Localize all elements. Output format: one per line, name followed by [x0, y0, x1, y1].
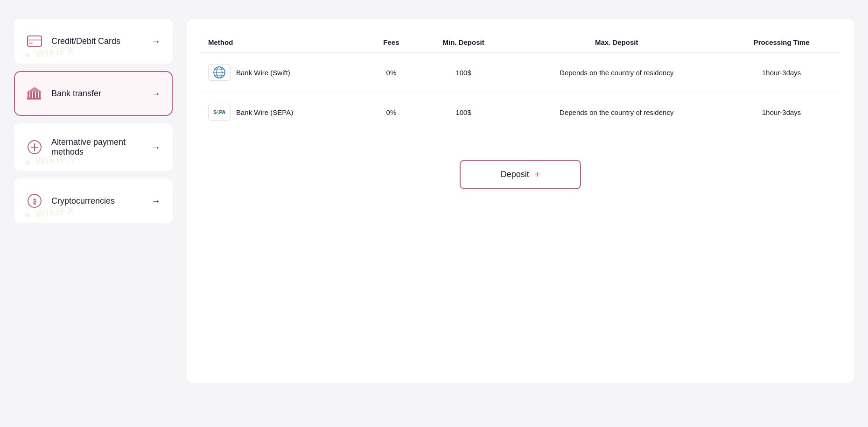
- col-max-deposit: Max. Deposit: [510, 33, 723, 52]
- nav-item-bank-transfer[interactable]: Bank transfer →: [14, 71, 173, 116]
- nav-crypto-arrow: →: [151, 196, 161, 206]
- svg-rect-4: [30, 92, 32, 98]
- processing-time-swift: 1hour-3days: [723, 52, 840, 93]
- method-cell-swift: Bank Wire (Swift): [201, 52, 366, 93]
- svg-rect-2: [29, 43, 33, 44]
- nav-item-crypto[interactable]: ₿ Cryptocurrencies → ● WikiFX: [14, 178, 173, 223]
- min-deposit-sepa: 100$: [417, 93, 510, 132]
- swift-logo: [208, 64, 231, 81]
- nav-alt-label: Alternative payment methods: [51, 137, 143, 157]
- svg-rect-3: [28, 92, 29, 98]
- processing-time-sepa: 1hour-3days: [723, 93, 840, 132]
- svg-rect-9: [27, 98, 41, 100]
- right-content-panel: WikiFX WikiFX WikiFX WikiFX WikiFX WikiF…: [187, 19, 854, 383]
- fees-swift: 0%: [366, 52, 417, 93]
- nav-alt-arrow: →: [151, 142, 161, 153]
- max-deposit-swift: Depends on the country of residency: [510, 52, 723, 93]
- nav-item-credit-debit[interactable]: Credit/Debit Cards → ● WikiFX: [14, 19, 173, 64]
- svg-rect-5: [33, 92, 35, 98]
- alternative-icon: [26, 139, 43, 156]
- col-method: Method: [201, 33, 366, 52]
- left-nav-panel: Credit/Debit Cards → ● WikiFX Bank trans…: [14, 19, 173, 223]
- min-deposit-swift: 100$: [417, 52, 510, 93]
- fees-sepa: 0%: [366, 93, 417, 132]
- nav-bank-arrow: →: [151, 88, 161, 99]
- payment-table: Method Fees Min. Deposit Max. Deposit Pr…: [201, 33, 840, 132]
- credit-card-icon: [26, 33, 43, 50]
- nav-credit-label: Credit/Debit Cards: [51, 36, 143, 46]
- table-header-row: Method Fees Min. Deposit Max. Deposit Pr…: [201, 33, 840, 52]
- method-name-swift: Bank Wire (Swift): [236, 69, 290, 77]
- svg-text:₿: ₿: [33, 198, 36, 205]
- table-row: S € PA Bank Wire (SEPA) 0% 100$ Depends …: [201, 93, 840, 132]
- method-name-sepa: Bank Wire (SEPA): [236, 108, 293, 116]
- svg-rect-7: [39, 92, 41, 98]
- nav-item-alternative[interactable]: Alternative payment methods → ● WikiFX: [14, 123, 173, 171]
- svg-rect-1: [28, 39, 42, 41]
- bank-icon: [26, 85, 43, 102]
- nav-credit-arrow: →: [151, 36, 161, 47]
- sepa-logo: S € PA: [208, 104, 231, 121]
- deposit-plus-icon: +: [535, 169, 540, 180]
- nav-crypto-label: Cryptocurrencies: [51, 196, 143, 206]
- nav-bank-label: Bank transfer: [51, 89, 143, 99]
- deposit-button[interactable]: Deposit +: [460, 160, 581, 189]
- col-min-deposit: Min. Deposit: [417, 33, 510, 52]
- svg-rect-6: [36, 92, 38, 98]
- deposit-label: Deposit: [501, 170, 529, 179]
- method-cell-sepa: S € PA Bank Wire (SEPA): [201, 93, 366, 132]
- col-fees: Fees: [366, 33, 417, 52]
- payment-table-container: Method Fees Min. Deposit Max. Deposit Pr…: [201, 33, 840, 132]
- table-row: Bank Wire (Swift) 0% 100$ Depends on the…: [201, 52, 840, 93]
- crypto-icon: ₿: [26, 192, 43, 209]
- max-deposit-sepa: Depends on the country of residency: [510, 93, 723, 132]
- col-processing-time: Processing Time: [723, 33, 840, 52]
- svg-marker-8: [28, 87, 42, 92]
- deposit-button-container: Deposit +: [201, 160, 840, 189]
